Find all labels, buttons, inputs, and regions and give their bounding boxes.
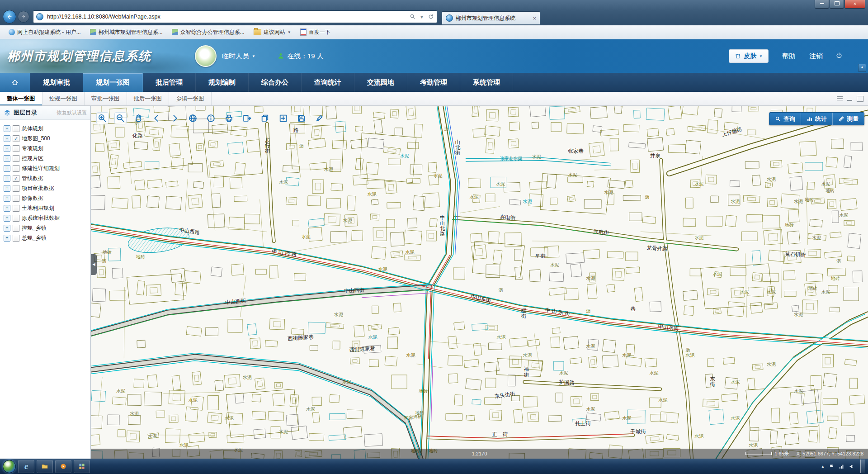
layer-checkbox[interactable] [13,205,19,212]
sidebar-collapse-handle[interactable]: ◀ [91,254,97,275]
layer-item-7[interactable]: +影像数据 [2,193,89,203]
expand-icon[interactable]: + [4,155,10,162]
start-button[interactable] [3,460,16,473]
taskbar-app-button[interactable] [74,460,90,473]
logout-link[interactable]: 注销 [809,52,823,61]
print-tool-button[interactable] [223,112,235,124]
expand-icon[interactable]: + [4,215,10,222]
map-canvas[interactable]: 中山西路中 山 西 路中山西街中山西街中山东街中 山 东 街中山东街中山北路山北… [91,106,868,459]
refresh-icon[interactable] [428,14,434,20]
save-map-tool-button[interactable] [295,112,307,124]
address-input[interactable] [46,13,410,20]
help-link[interactable]: 帮助 [782,52,796,61]
layer-item-6[interactable]: +项目审批数据 [2,183,89,193]
nav-home-button[interactable] [0,73,30,92]
nav-item-1[interactable]: 规划一张图 [83,73,143,92]
favorite-item-2[interactable]: 众智综合办公管理信息系... [168,27,249,37]
browser-forward-button[interactable] [18,11,29,23]
taskbar-media-button[interactable] [55,460,71,473]
action-center-icon[interactable] [829,464,835,469]
nav-item-7[interactable]: 考勤管理 [407,73,460,92]
expand-icon[interactable]: + [4,175,10,182]
subtab-item-2[interactable]: 审批一张图 [85,92,127,105]
expand-icon[interactable]: + [4,145,10,152]
layer-checkbox[interactable] [13,145,19,152]
layer-checkbox[interactable] [13,235,19,242]
zoom-out-tool-button[interactable] [114,112,127,124]
pan-tool-button[interactable] [132,112,145,124]
subtab-item-4[interactable]: 乡镇一张图 [169,92,212,105]
list-view-icon[interactable] [837,96,843,101]
user-avatar[interactable] [195,45,217,67]
panel-maximize-icon[interactable] [857,96,863,102]
volume-icon[interactable] [849,464,854,469]
layer-item-1[interactable]: +✓地形图_500 [2,133,89,143]
layer-item-10[interactable]: +控规_乡镇 [2,223,89,233]
layer-item-9[interactable]: +原系统审批数据 [2,213,89,223]
expand-icon[interactable]: + [4,195,10,202]
window-maximize-button[interactable] [830,0,844,9]
expand-icon[interactable]: + [4,165,10,172]
export-map-tool-button[interactable] [241,112,253,124]
scroll-top-button[interactable]: ▲ [858,64,866,72]
favorite-item-3[interactable]: 建议网站▼ [250,27,295,37]
layer-checkbox[interactable] [13,165,19,172]
full-extent-tool-button[interactable] [187,112,199,124]
layer-item-2[interactable]: +专项规划 [2,143,89,153]
panel-minimize-icon[interactable] [847,96,852,101]
zoom-in-tool-button[interactable] [96,112,108,124]
layer-checkbox[interactable]: ✓ [13,135,19,142]
layer-checkbox[interactable] [13,215,19,222]
layer-item-3[interactable]: +控规片区 [2,153,89,163]
favorite-item-4[interactable]: 百度一下 [296,27,335,37]
expand-icon[interactable]: + [4,185,10,192]
expand-icon[interactable]: + [4,205,10,212]
search-icon[interactable] [410,14,416,20]
expand-icon[interactable]: + [4,135,10,142]
copy-view-tool-button[interactable] [259,112,271,124]
expand-icon[interactable]: + [4,225,10,232]
layer-checkbox[interactable] [13,225,19,232]
subtab-item-1[interactable]: 控规一张图 [42,92,85,105]
layer-checkbox[interactable] [13,155,19,162]
hidden-icons-button[interactable]: ▲ [821,465,825,469]
nav-item-4[interactable]: 综合办公 [249,73,302,92]
map-search-button[interactable]: 查询 [769,113,801,125]
nav-item-3[interactable]: 规划编制 [196,73,249,92]
expand-icon[interactable]: + [4,125,10,132]
identify-tool-button[interactable] [205,112,217,124]
window-minimize-button[interactable] [815,0,829,9]
user-role-dropdown[interactable]: 临时人员 ▼ [222,52,255,61]
reset-default-link[interactable]: 恢复默认设置 [57,109,87,116]
subtab-item-0[interactable]: 整体一张图 [0,92,42,105]
favorite-item-1[interactable]: 郴州城市规划管理信息系... [86,27,167,37]
browser-tab[interactable]: 郴州市规划管理信息系统 × [442,11,540,24]
nav-item-5[interactable]: 查询统计 [302,73,354,92]
layer-item-4[interactable]: +修建性详细规划 [2,163,89,173]
expand-icon[interactable]: + [4,235,10,242]
layer-item-11[interactable]: +总规_乡镇 [2,233,89,243]
layer-checkbox[interactable]: ✓ [13,175,19,182]
network-icon[interactable] [839,464,844,469]
add-view-tool-button[interactable] [277,112,289,124]
map-scale-label[interactable]: 1:2170 [472,451,487,456]
skin-button[interactable]: 皮肤 ▼ [729,49,769,63]
nav-item-6[interactable]: 交流园地 [354,73,407,92]
measure-edit-tool-button[interactable] [313,112,326,124]
taskbar-ie-button[interactable]: e [18,460,34,473]
layer-checkbox[interactable] [13,195,19,202]
show-desktop-button[interactable] [860,460,865,473]
taskbar-explorer-button[interactable] [37,460,53,473]
layer-item-8[interactable]: +土地利用规划 [2,203,89,213]
previous-view-tool-button[interactable] [151,112,163,124]
browser-back-button[interactable] [3,10,16,24]
layer-checkbox[interactable] [13,125,19,132]
map-stats-button[interactable]: 统计 [801,113,832,125]
next-view-tool-button[interactable] [169,112,181,124]
power-button[interactable] [835,52,843,61]
layer-checkbox[interactable] [13,185,19,192]
nav-item-2[interactable]: 批后管理 [143,73,196,92]
map-measure-button[interactable]: 测量 [832,113,864,125]
nav-item-0[interactable]: 规划审批 [30,73,83,92]
subtab-item-3[interactable]: 批后一张图 [127,92,170,105]
